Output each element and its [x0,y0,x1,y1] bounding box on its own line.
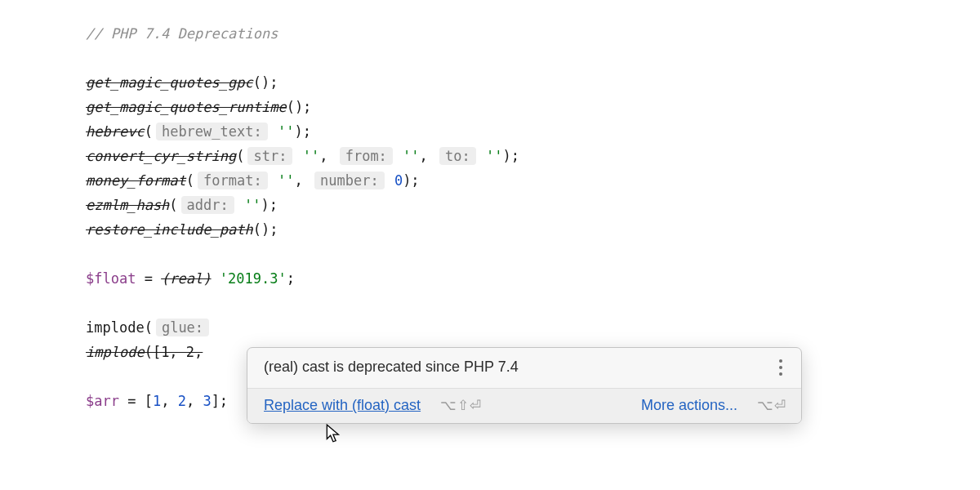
blank-line [86,46,980,70]
code-line-1: get_magic_quotes_gpc(); [86,70,980,95]
code-comment: // PHP 7.4 Deprecations [86,21,980,46]
code-line-5: money_format(format: '', number: 0); [86,168,980,193]
param-hint: to: [439,147,476,165]
param-hint: glue: [156,318,209,336]
shortcut-hint: ⌥⏎ [757,396,786,416]
more-actions-link[interactable]: More actions... [641,395,737,416]
param-hint: from: [340,147,393,165]
code-line-8: $float = (real) '2019.3'; [86,266,980,291]
code-line-4: convert_cyr_string(str: '', from: '', to… [86,144,980,168]
kebab-menu-icon[interactable] [775,357,786,378]
shortcut-hint: ⌥⇧⏎ [440,396,482,416]
inspection-popup: (real) cast is deprecated since PHP 7.4 … [247,347,802,424]
code-line-2: get_magic_quotes_runtime(); [86,95,980,119]
code-line-6: ezmlm_hash(addr: ''); [86,193,980,217]
code-line-9: implode(glue: [86,315,980,340]
param-hint: str: [247,147,292,165]
param-hint: addr: [181,196,234,214]
code-line-3: hebrevc(hebrew_text: ''); [86,119,980,144]
blank-line [86,242,980,266]
inspection-message: (real) cast is deprecated since PHP 7.4 [264,357,519,377]
param-hint: hebrew_text: [156,122,268,140]
mouse-cursor-icon [325,423,343,452]
blank-line [86,291,980,315]
quickfix-action[interactable]: Replace with (float) cast [264,395,421,416]
param-hint: number: [314,172,385,189]
param-hint: format: [198,172,268,189]
code-line-7: restore_include_path(); [86,217,980,242]
